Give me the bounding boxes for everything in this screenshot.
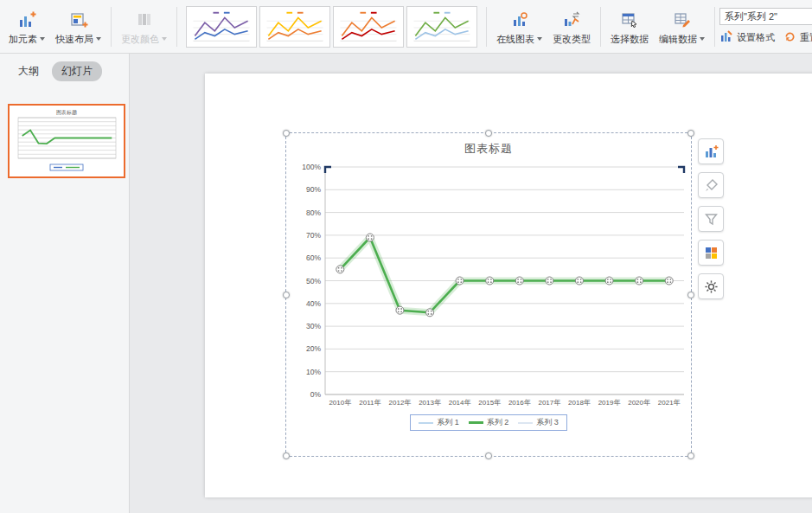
ribbon-right-group: 系列"系列 2" 设置格式 — [719, 8, 812, 45]
online-chart-button[interactable]: 在线图表 — [491, 3, 547, 51]
quick-layout-button[interactable]: 快速布局 — [50, 3, 106, 51]
legend-label: 系列 3 — [536, 417, 559, 428]
slide-thumbnail[interactable]: 图表标题 — [8, 104, 125, 178]
legend-label: 系列 2 — [487, 417, 509, 428]
caret-down-icon — [162, 37, 167, 41]
ribbon-separator — [111, 7, 112, 47]
resize-handle-bottom-left[interactable] — [283, 452, 290, 459]
chart-style-preview — [188, 8, 255, 46]
caret-down-icon — [96, 37, 101, 41]
slide-panel: 大纲 幻灯片 图表标题 — [0, 54, 130, 513]
data-grid-icon — [704, 246, 719, 260]
chart-style-preview — [408, 8, 476, 46]
svg-text:2011年: 2011年 — [359, 399, 380, 407]
svg-text:2013年: 2013年 — [419, 399, 441, 407]
ribbon-separator — [486, 7, 487, 47]
svg-text:80%: 80% — [306, 208, 321, 217]
resize-handle-top-middle[interactable] — [485, 130, 492, 137]
svg-text:2021年: 2021年 — [658, 399, 681, 407]
svg-text:2014年: 2014年 — [449, 399, 471, 407]
online-chart-label: 在线图表 — [496, 34, 534, 44]
edit-data-button[interactable]: 编辑数据 — [654, 3, 710, 51]
select-data-button[interactable]: 选择数据 — [605, 3, 654, 51]
ribbon-separator — [176, 7, 177, 47]
style-brush-icon — [704, 178, 719, 193]
legend-item[interactable]: 系列 1 — [419, 417, 459, 428]
svg-text:2016年: 2016年 — [508, 399, 531, 407]
resize-handle-middle-right[interactable] — [687, 292, 694, 298]
change-type-button[interactable]: 更改类型 — [547, 3, 596, 51]
svg-text:图表标题: 图表标题 — [56, 109, 77, 116]
svg-text:2015年: 2015年 — [478, 399, 501, 407]
chart-plot-area[interactable]: 0%10%20%30%40%50%60%70%80%90%100%2010年20… — [286, 133, 693, 458]
select-data-label: 选择数据 — [611, 34, 649, 44]
chart-element-selector-value: 系列"系列 2" — [725, 10, 777, 23]
svg-text:60%: 60% — [306, 253, 321, 262]
chart-data-button[interactable] — [698, 240, 724, 266]
legend-swatch — [518, 422, 533, 424]
ribbon-separator — [714, 7, 715, 47]
legend-swatch — [419, 422, 433, 424]
chart-style-option-2[interactable] — [259, 6, 330, 48]
add-element-label: 加元素 — [9, 34, 37, 44]
resize-handle-bottom-middle[interactable] — [485, 452, 492, 459]
caret-down-icon — [40, 37, 45, 41]
chart-style-button[interactable] — [698, 172, 724, 198]
add-element-icon — [17, 9, 36, 31]
chart-elements-button[interactable] — [698, 138, 724, 164]
quick-layout-label: 快速布局 — [55, 34, 93, 44]
chart-style-gallery — [186, 6, 477, 48]
change-colors-button[interactable]: 更改颜色 — [116, 3, 172, 51]
svg-text:70%: 70% — [306, 231, 321, 240]
panel-tabs: 大纲 幻灯片 — [0, 54, 129, 89]
chart-style-option-4[interactable] — [406, 6, 477, 48]
chart-legend: 系列 1系列 2系列 3 — [286, 414, 691, 431]
resize-handle-top-right[interactable] — [687, 130, 694, 137]
editing-canvas[interactable]: 图表标题 0%10%20%30%40%50%60%70%80%90%100%20… — [131, 54, 812, 513]
select-data-icon — [620, 9, 639, 31]
change-type-label: 更改类型 — [553, 34, 591, 44]
chart-object[interactable]: 图表标题 0%10%20%30%40%50%60%70%80%90%100%20… — [285, 132, 692, 457]
resize-handle-middle-left[interactable] — [283, 292, 290, 298]
legend-item[interactable]: 系列 3 — [518, 417, 559, 428]
quick-layout-icon — [69, 9, 88, 31]
chart-filter-button[interactable] — [698, 206, 724, 232]
resize-handle-bottom-right[interactable] — [687, 452, 694, 459]
chart-settings-button[interactable] — [698, 273, 724, 299]
svg-text:2010年: 2010年 — [329, 399, 351, 407]
svg-text:50%: 50% — [306, 277, 321, 285]
set-format-button[interactable]: 设置格式 — [719, 29, 775, 45]
set-format-icon — [719, 29, 733, 45]
chart-quick-tools — [698, 138, 724, 299]
chart-element-selector[interactable]: 系列"系列 2" — [719, 8, 812, 25]
edit-data-icon — [673, 9, 692, 31]
resize-handle-top-left[interactable] — [283, 130, 290, 137]
add-element-button[interactable]: 加元素 — [3, 3, 50, 51]
tab-slides[interactable]: 幻灯片 — [52, 61, 102, 81]
tab-outline[interactable]: 大纲 — [9, 61, 48, 81]
svg-text:90%: 90% — [306, 185, 321, 194]
svg-text:2012年: 2012年 — [389, 399, 412, 407]
settings-gear-icon — [704, 279, 719, 294]
reset-label: 重置 — [800, 31, 812, 44]
chart-style-preview — [261, 8, 329, 46]
filter-funnel-icon — [704, 212, 719, 227]
chart-style-option-1[interactable] — [186, 6, 257, 48]
chart-style-option-3[interactable] — [333, 6, 404, 48]
svg-text:2018年: 2018年 — [568, 399, 591, 407]
change-type-icon — [562, 9, 581, 31]
caret-down-icon — [537, 37, 542, 41]
reset-button[interactable]: 重置 — [783, 30, 812, 45]
ribbon-toolbar: 加元素 快速布局 更改颜色 — [0, 0, 812, 54]
svg-text:10%: 10% — [306, 368, 321, 376]
reset-icon — [783, 30, 796, 45]
edit-data-label: 编辑数据 — [659, 34, 697, 44]
legend-label: 系列 1 — [437, 417, 459, 428]
change-colors-label: 更改颜色 — [121, 34, 159, 44]
legend-item[interactable]: 系列 2 — [469, 417, 509, 428]
legend-box[interactable]: 系列 1系列 2系列 3 — [410, 414, 567, 431]
ribbon-separator — [600, 7, 601, 47]
svg-text:0%: 0% — [310, 390, 322, 399]
svg-text:2020年: 2020年 — [628, 399, 650, 407]
svg-text:30%: 30% — [306, 322, 321, 330]
